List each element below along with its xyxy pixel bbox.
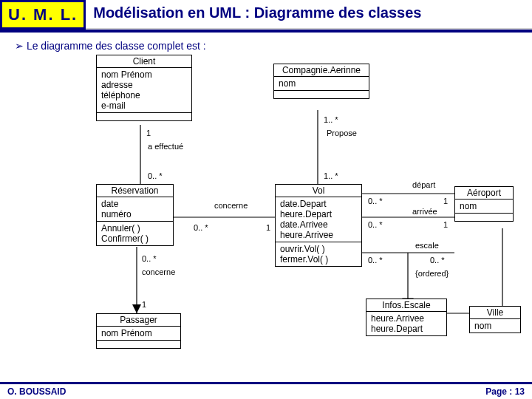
class-compagnie: Compagnie.Aerinne nom (273, 64, 369, 99)
class-passager: Passager nom Prénom (96, 313, 181, 349)
mult-esc-r: 0.. * (430, 256, 445, 265)
assoc-arrivee: arrivée (412, 207, 437, 216)
author: O. BOUSSAID (7, 386, 66, 397)
footer: O. BOUSSAID Page : 13 (0, 382, 532, 399)
mult-arr-l: 0.. * (368, 220, 383, 229)
reservation-name: Réservation (97, 185, 173, 197)
mult-respas-bot: 1 (142, 300, 146, 309)
class-aeroport: Aéroport nom (454, 186, 514, 222)
connectors (0, 55, 532, 372)
vol-name: Vol (276, 185, 361, 197)
passager-ops (97, 341, 180, 348)
compagnie-attrs: nom (274, 77, 369, 91)
aeroport-name: Aéroport (455, 187, 513, 200)
uml-badge: U. M. L. (0, 0, 86, 30)
infos-attrs: heure.Arrivee heure.Depart (366, 312, 446, 335)
mult-client-0n: 0.. * (148, 171, 163, 180)
assoc-aeffectue: a effectué (148, 142, 183, 151)
assoc-concerne2: concerne (142, 267, 175, 276)
diagram-canvas: Client nom Prénom adresse téléphone e-ma… (0, 55, 532, 372)
client-ops (97, 113, 191, 120)
class-ville: Ville nom (469, 306, 521, 333)
ordered-constraint: {ordered} (415, 269, 449, 278)
compagnie-ops (274, 91, 369, 98)
ville-attrs: nom (470, 319, 520, 332)
aeroport-ops (455, 214, 513, 221)
mult-comp-bot: 1.. * (324, 171, 338, 180)
client-name: Client (97, 55, 191, 68)
intro-text: Le diagramme des classe complet est : (0, 33, 532, 55)
header-bar: U. M. L. Modélisation en UML : Diagramme… (0, 0, 532, 33)
mult-respas-top: 0.. * (142, 254, 157, 263)
mult-comp-top: 1.. * (324, 115, 338, 124)
mult-dep-l: 0.. * (368, 197, 383, 205)
mult-arr-r: 1 (443, 220, 448, 229)
mult-esc-l: 0.. * (368, 256, 383, 265)
assoc-propose: Propose (327, 129, 357, 137)
class-vol: Vol date.Depart heure.Depart date.Arrive… (275, 184, 362, 267)
mult-dep-r: 1 (443, 197, 448, 205)
compagnie-name: Compagnie.Aerinne (274, 64, 369, 77)
infos-name: Infos.Escale (366, 299, 446, 312)
vol-attrs: date.Depart heure.Depart date.Arrivee he… (276, 197, 361, 242)
mult-res-0n: 0.. * (194, 223, 208, 232)
page-number: Page : 13 (485, 386, 525, 397)
mult-client-1: 1 (146, 129, 151, 137)
client-attrs: nom Prénom adresse téléphone e-mail (97, 68, 191, 113)
assoc-concerne1: concerne (214, 201, 248, 210)
reservation-attrs: date numéro (97, 197, 173, 222)
assoc-depart: départ (412, 180, 435, 189)
aeroport-attrs: nom (455, 200, 513, 214)
passager-name: Passager (97, 314, 180, 327)
ville-name: Ville (470, 307, 520, 319)
mult-vol-1: 1 (266, 223, 270, 232)
passager-attrs: nom Prénom (97, 327, 180, 341)
class-client: Client nom Prénom adresse téléphone e-ma… (96, 55, 192, 121)
page-title: Modélisation en UML : Diagramme des clas… (86, 0, 532, 30)
assoc-escale: escale (415, 241, 439, 250)
svg-marker-4 (132, 304, 141, 313)
class-reservation: Réservation date numéro Annuler( ) Confi… (96, 184, 174, 246)
reservation-ops: Annuler( ) Confirmer( ) (97, 222, 173, 245)
class-infosescale: Infos.Escale heure.Arrivee heure.Depart (366, 299, 447, 336)
vol-ops: ouvrir.Vol( ) fermer.Vol( ) (276, 242, 361, 266)
